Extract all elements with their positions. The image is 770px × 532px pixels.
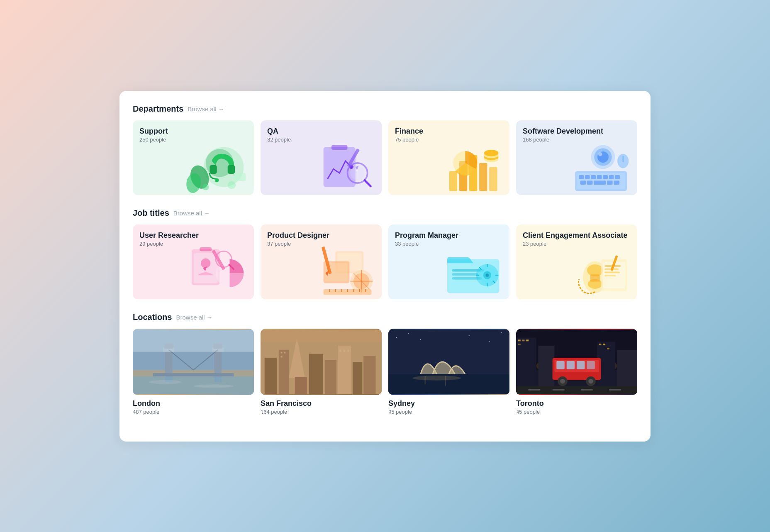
svg-rect-115	[133, 376, 254, 394]
departments-browse-all[interactable]: Browse all →	[188, 105, 224, 112]
svg-rect-12	[331, 145, 348, 150]
svg-rect-160	[603, 344, 605, 345]
svg-rect-167	[587, 361, 595, 369]
svg-point-52	[201, 258, 210, 268]
finance-illustration	[425, 139, 509, 195]
svg-point-28	[484, 150, 498, 156]
svg-rect-166	[577, 361, 585, 369]
svg-rect-33	[591, 175, 596, 179]
jobtitle-card-researcher[interactable]: User Researcher 29 people	[133, 225, 254, 299]
svg-rect-95	[590, 274, 599, 281]
toronto-info: Toronto 45 people	[516, 395, 637, 415]
dept-card-finance[interactable]: Finance 75 people	[388, 120, 509, 195]
svg-rect-174	[553, 389, 565, 390]
job-titles-section: Job titles Browse all → User Researcher …	[133, 208, 637, 299]
departments-header: Departments Browse all →	[133, 104, 637, 114]
svg-rect-107	[153, 373, 234, 376]
svg-rect-127	[363, 356, 375, 394]
london-image	[133, 329, 254, 395]
sf-image	[261, 329, 382, 395]
svg-rect-156	[522, 339, 525, 341]
location-card-london[interactable]: London 487 people	[133, 329, 254, 415]
svg-rect-157	[526, 339, 529, 341]
locations-browse-all[interactable]: Browse all →	[176, 314, 212, 321]
svg-rect-145	[425, 376, 426, 384]
dept-count-qa: 32 people	[267, 137, 375, 143]
svg-rect-31	[579, 175, 584, 179]
dept-card-qa[interactable]: QA 32 people	[261, 120, 382, 195]
svg-rect-2	[227, 165, 234, 173]
jobtitle-count-engagement: 23 people	[523, 241, 631, 247]
svg-rect-38	[580, 181, 586, 185]
main-card: Departments Browse all → Support 250 peo…	[119, 91, 651, 442]
svg-point-8	[227, 181, 235, 189]
svg-rect-173	[528, 389, 540, 390]
svg-point-85	[485, 273, 489, 277]
job-titles-header: Job titles Browse all →	[133, 208, 637, 218]
svg-rect-119	[265, 358, 277, 394]
svg-point-7	[202, 184, 209, 190]
svg-point-144	[412, 376, 461, 381]
locations-grid: London 487 people	[133, 329, 637, 415]
toronto-name: Toronto	[516, 399, 637, 408]
jobtitle-card-engagement[interactable]: Client Engagement Associate 23 people	[516, 225, 637, 299]
svg-point-171	[588, 378, 593, 383]
svg-rect-23	[489, 167, 497, 191]
dept-card-software[interactable]: Software Development 168 people	[516, 120, 637, 195]
jobtitle-name-researcher: User Researcher	[139, 231, 247, 240]
svg-rect-161	[607, 347, 609, 349]
jobtitle-name-designer: Product Designer	[267, 231, 375, 240]
svg-rect-100	[604, 271, 620, 273]
svg-point-117	[193, 384, 234, 388]
dept-name-support: Support	[139, 127, 247, 136]
job-titles-browse-all[interactable]: Browse all →	[173, 210, 210, 217]
researcher-illustration	[169, 243, 254, 299]
jobtitle-count-manager: 33 people	[395, 241, 503, 247]
svg-point-137	[396, 337, 397, 338]
svg-rect-42	[614, 181, 619, 185]
svg-point-116	[149, 380, 181, 384]
support-illustration	[169, 139, 254, 195]
location-card-toronto[interactable]: Toronto 45 people	[516, 329, 637, 415]
svg-rect-40	[594, 181, 606, 185]
svg-rect-34	[597, 175, 602, 179]
svg-point-46	[598, 152, 602, 156]
sydney-info: Sydney 95 people	[388, 395, 509, 415]
svg-rect-101	[604, 275, 616, 276]
toronto-image	[516, 329, 637, 395]
svg-point-142	[501, 332, 502, 333]
svg-point-141	[489, 341, 490, 342]
job-titles-grid: User Researcher 29 people	[133, 225, 637, 299]
svg-rect-175	[581, 389, 593, 390]
svg-rect-37	[615, 175, 620, 179]
jobtitle-count-designer: 37 people	[267, 241, 375, 247]
dept-name-software: Software Development	[523, 127, 631, 136]
svg-rect-158	[518, 344, 521, 345]
dept-card-support[interactable]: Support 250 people	[133, 120, 254, 195]
manager-illustration	[425, 243, 509, 299]
sydney-count: 95 people	[388, 409, 509, 415]
svg-rect-39	[587, 181, 593, 185]
location-card-sf[interactable]: San Francisco 164 people	[261, 329, 382, 415]
sydney-name: Sydney	[388, 399, 509, 408]
designer-illustration	[297, 243, 382, 299]
job-titles-title: Job titles	[133, 208, 169, 218]
svg-rect-146	[445, 376, 446, 386]
jobtitle-card-designer[interactable]: Product Designer 37 people	[261, 225, 382, 299]
dept-count-finance: 75 people	[395, 137, 503, 143]
svg-rect-128	[281, 351, 283, 353]
svg-rect-155	[518, 339, 521, 341]
departments-grid: Support 250 people	[133, 120, 637, 195]
toronto-count: 45 people	[516, 409, 637, 415]
svg-rect-159	[599, 344, 602, 345]
location-card-sydney[interactable]: Sydney 95 people	[388, 329, 509, 415]
svg-rect-134	[261, 329, 382, 342]
jobtitle-card-manager[interactable]: Program Manager 33 people	[388, 225, 509, 299]
svg-rect-164	[556, 361, 564, 369]
svg-rect-9	[234, 173, 246, 181]
engagement-illustration	[553, 243, 637, 299]
svg-rect-132	[344, 349, 346, 351]
sf-count: 164 people	[261, 409, 382, 415]
locations-header: Locations Browse all →	[133, 312, 637, 322]
svg-rect-41	[607, 181, 613, 185]
